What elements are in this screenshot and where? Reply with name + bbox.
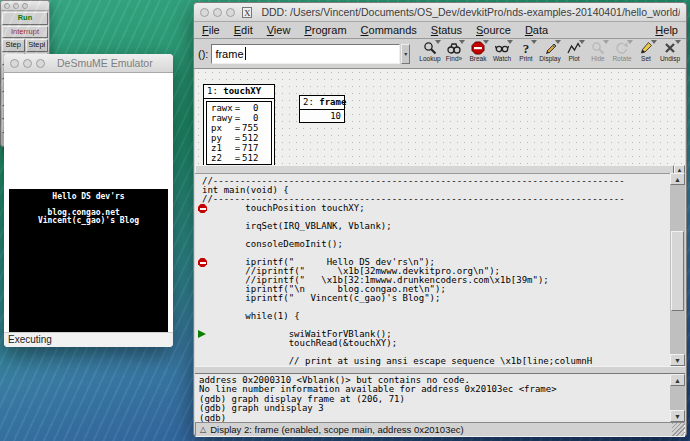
close-button[interactable]	[4, 3, 10, 9]
dropdown-arrow-icon	[555, 40, 561, 44]
scroll-down-icon[interactable]: ▼	[670, 410, 685, 422]
menu-file[interactable]: File	[202, 24, 220, 36]
source-panel[interactable]: //--------------------------------------…	[195, 173, 672, 366]
svg-text:?: ?	[523, 41, 530, 55]
print-button[interactable]: ?Print	[514, 40, 538, 68]
zoom-button[interactable]	[36, 59, 45, 68]
hide-button[interactable]: Hide	[586, 40, 610, 68]
field-name: z2	[210, 153, 234, 163]
field-value: 512	[241, 133, 259, 143]
toolbar-button-label: Break	[470, 55, 487, 62]
menu-status[interactable]: Status	[431, 24, 462, 36]
source-line[interactable]: // print at using ansi escape sequence \…	[195, 357, 672, 366]
close-button[interactable]	[200, 8, 209, 17]
stepi-button[interactable]: Stepi	[26, 39, 49, 52]
desmume-titlebar[interactable]: DeSmuME Emulator	[4, 54, 173, 73]
step-button[interactable]: Step	[2, 39, 25, 52]
panel-divider[interactable]	[195, 366, 685, 374]
source-text: touchRead(&touchXY);	[202, 338, 397, 348]
field-name: px	[210, 123, 234, 133]
watch-button[interactable]: Watch	[490, 40, 514, 68]
toolbar-button-label: Undisp	[660, 55, 680, 62]
display-box-touchxy[interactable]: 1: touchXY rawx=0rawy=0px=755py=512z1=71…	[203, 84, 275, 165]
scroll-up-icon[interactable]: ▲	[670, 374, 685, 386]
source-line[interactable]: irqSet(IRQ_VBLANK, Vblank);	[195, 222, 672, 231]
toolbar-button-label: Plot	[568, 55, 579, 62]
status-text: Display 2: frame (enabled, scope main, a…	[210, 424, 463, 435]
toolbar-button-label: Print	[519, 55, 532, 62]
field-name: z1	[210, 143, 234, 153]
dropdown-arrow-icon	[579, 40, 585, 44]
display-id: 2:	[303, 97, 314, 107]
display-box-frame[interactable]: 2: frame 10	[299, 95, 345, 123]
text-caret	[245, 47, 246, 60]
scroll-up-icon[interactable]: ▲	[670, 173, 685, 185]
status-bar: △ Display 2: frame (enabled, scope main,…	[195, 422, 685, 437]
status-triangle-icon: △	[200, 425, 206, 434]
gdb-console-text: address 0x2000310 <Vblank()> but contain…	[195, 374, 672, 422]
toolbar-button-label: Hide	[591, 55, 604, 62]
data-display-panel[interactable]: 1: touchXY rawx=0rawy=0px=755py=512z1=71…	[195, 69, 685, 165]
ddd-titlebar[interactable]: X DDD: /Users/Vincent/Documents/OS_Dev/d…	[194, 3, 686, 22]
display-button[interactable]: Display	[538, 40, 562, 68]
minimize-button[interactable]	[213, 8, 222, 17]
menu-view[interactable]: View	[267, 24, 291, 36]
breakpoint-stop-icon[interactable]	[198, 204, 207, 213]
set-button[interactable]: Set	[634, 40, 658, 68]
menu-commands[interactable]: Commands	[361, 24, 417, 36]
rotate-button[interactable]: Rotate	[610, 40, 634, 68]
source-vscrollbar[interactable]: ▲ ▼	[670, 173, 685, 366]
toolbar-button-label: Watch	[493, 55, 511, 62]
plot-button[interactable]: Plot	[562, 40, 586, 68]
field-row: rawy=0	[210, 113, 259, 123]
find-button[interactable]: Find»	[442, 40, 466, 68]
toolbar-button-label: Find»	[446, 55, 462, 62]
undisp-button[interactable]: Undisp	[658, 40, 682, 68]
toolbar-button-label: Lookup	[419, 55, 440, 62]
source-line[interactable]: touchRead(&touchXY);	[195, 339, 672, 348]
field-name: rawy	[210, 113, 234, 123]
scroll-down-icon[interactable]: ▼	[670, 354, 685, 366]
run-button[interactable]: Run	[2, 12, 48, 25]
field-name: py	[210, 133, 234, 143]
source-line[interactable]: while(1) {	[195, 312, 672, 321]
minimize-button[interactable]	[23, 59, 32, 68]
window-title: DeSmuME Emulator	[57, 57, 153, 69]
ds-top-screen	[4, 73, 173, 189]
arg-input[interactable]: frame	[211, 44, 400, 64]
menu-edit[interactable]: Edit	[234, 24, 253, 36]
field-name: rawx	[210, 103, 234, 113]
minimize-button[interactable]	[13, 3, 19, 9]
break-button[interactable]: Break	[466, 40, 490, 68]
dropdown-arrow-icon	[507, 40, 513, 44]
field-row: z1=717	[210, 143, 259, 153]
source-line[interactable]: iprintf(" Vincent(c_gao)'s Blog");	[195, 294, 672, 303]
field-row: py=512	[210, 133, 259, 143]
console-vscrollbar[interactable]: ▲ ▼	[670, 374, 685, 422]
menu-source[interactable]: Source	[476, 24, 511, 36]
zoom-button[interactable]	[22, 3, 28, 9]
lookup-button[interactable]: Lookup	[418, 40, 442, 68]
dropdown-arrow-icon	[483, 40, 489, 44]
interrupt-button[interactable]: Interrupt	[2, 26, 48, 39]
vscroll-thumb[interactable]	[671, 231, 684, 311]
gdb-console[interactable]: address 0x2000310 <Vblank()> but contain…	[195, 374, 672, 422]
window-title: DDD: /Users/Vincent/Documents/OS_Dev/dev…	[261, 6, 680, 18]
source-line[interactable]: touchPosition touchXY;	[195, 204, 672, 213]
arg-dropdown-icon[interactable]: ▾	[401, 44, 410, 64]
source-line[interactable]: consoleDemoInit();	[195, 240, 672, 249]
resize-grip[interactable]	[672, 423, 685, 436]
zoom-button[interactable]	[226, 8, 235, 17]
field-row: rawx=0	[210, 103, 259, 113]
display-fields: rawx=0rawy=0px=755py=512z1=717z2=512	[206, 101, 272, 165]
command-tool-titlebar[interactable]	[1, 1, 49, 11]
execution-arrow-icon[interactable]	[198, 330, 206, 338]
source-text: irqSet(IRQ_VBLANK, Vblank);	[202, 221, 392, 231]
source-text: touchPosition touchXY;	[202, 203, 365, 213]
field-value: 512	[241, 153, 259, 163]
display-name: frame	[319, 97, 346, 107]
close-button[interactable]	[10, 59, 19, 68]
menu-program[interactable]: Program	[304, 24, 346, 36]
menu-help[interactable]: Help	[655, 24, 678, 36]
menu-data[interactable]: Data	[525, 24, 548, 36]
